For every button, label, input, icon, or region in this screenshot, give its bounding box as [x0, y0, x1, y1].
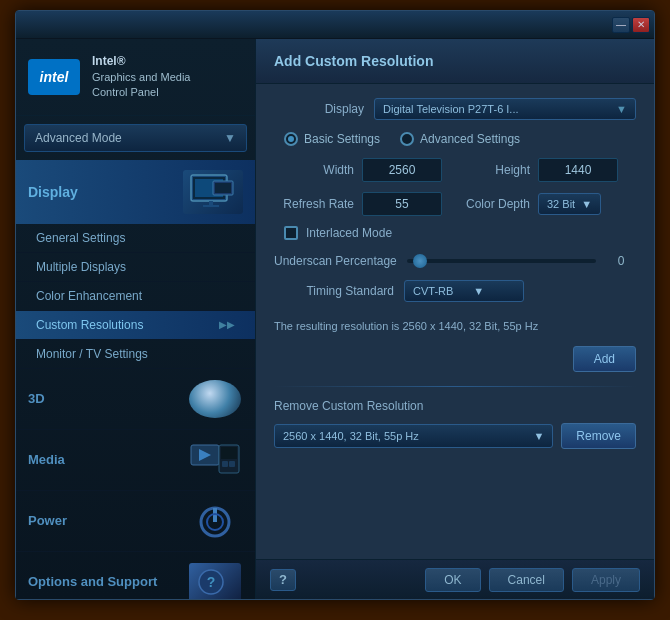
right-panel: Add Custom Resolution Display Digital Te… — [256, 39, 654, 599]
timing-label: Timing Standard — [274, 284, 394, 298]
add-button-row: Add — [274, 346, 636, 372]
color-depth-dropdown[interactable]: 32 Bit ▼ — [538, 193, 601, 215]
bottom-bar: ? OK Cancel Apply — [256, 559, 654, 599]
3d-label: 3D — [28, 391, 45, 406]
3d-thumbnail — [187, 379, 243, 419]
refresh-rate-input[interactable] — [362, 192, 442, 216]
advanced-settings-label: Advanced Settings — [420, 132, 520, 146]
main-content: intel Intel® Graphics and Media Control … — [16, 39, 654, 599]
minimize-button[interactable]: — — [612, 17, 630, 33]
underscan-thumb[interactable] — [413, 254, 427, 268]
timing-dropdown[interactable]: CVT-RB ▼ — [404, 280, 524, 302]
interlaced-label: Interlaced Mode — [306, 226, 392, 240]
sidebar-item-monitor-settings[interactable]: Monitor / TV Settings — [16, 340, 255, 369]
refresh-color-row: Refresh Rate Color Depth 32 Bit ▼ — [274, 192, 636, 216]
svg-rect-6 — [215, 183, 231, 193]
mode-arrow-icon: ▼ — [224, 131, 236, 145]
display-icon — [183, 170, 243, 214]
remove-row: 2560 x 1440, 32 Bit, 55p Hz ▼ Remove — [274, 423, 636, 449]
advanced-settings-radio-circle — [400, 132, 414, 146]
sidebar-item-3d[interactable]: 3D — [16, 369, 255, 430]
remove-section-label: Remove Custom Resolution — [274, 399, 636, 413]
nav-section: General Settings Multiple Displays Color… — [16, 224, 255, 599]
svg-rect-10 — [221, 447, 237, 459]
svg-rect-4 — [203, 205, 219, 207]
panel-header: Add Custom Resolution — [256, 39, 654, 84]
interlaced-checkbox[interactable] — [284, 226, 298, 240]
product-title: Intel® Graphics and Media Control Panel — [92, 53, 190, 101]
support-thumbnail: ? — [187, 562, 243, 599]
dimensions-row: Width Height — [274, 158, 636, 182]
color-depth-arrow-icon: ▼ — [581, 198, 592, 210]
remove-select-value: 2560 x 1440, 32 Bit, 55p Hz — [283, 430, 419, 442]
media-thumbnail — [187, 440, 243, 480]
svg-text:?: ? — [207, 574, 216, 590]
sidebar-item-general-settings[interactable]: General Settings — [16, 224, 255, 253]
color-depth-label: Color Depth — [450, 197, 530, 211]
display-nav-item[interactable]: Display — [16, 160, 255, 224]
media-label: Media — [28, 452, 65, 467]
sidebar-item-custom-resolutions[interactable]: Custom Resolutions ▶▶ — [16, 311, 255, 340]
display-label: Display — [274, 102, 364, 116]
timing-arrow-icon: ▼ — [473, 285, 484, 297]
refresh-rate-label: Refresh Rate — [274, 197, 354, 211]
display-row: Display Digital Television P27T-6 I... ▼ — [274, 98, 636, 120]
underscan-label: Underscan Percentage — [274, 254, 397, 268]
add-button[interactable]: Add — [573, 346, 636, 372]
underscan-row: Underscan Percentage 0 — [274, 254, 636, 268]
close-button[interactable]: ✕ — [632, 17, 650, 33]
color-depth-value: 32 Bit — [547, 198, 575, 210]
svg-rect-12 — [229, 461, 235, 467]
remove-resolution-dropdown[interactable]: 2560 x 1440, 32 Bit, 55p Hz ▼ — [274, 424, 553, 448]
advanced-settings-radio[interactable]: Advanced Settings — [400, 132, 520, 146]
sidebar-item-power[interactable]: Power — [16, 491, 255, 552]
width-label: Width — [274, 163, 354, 177]
display-dropdown-arrow-icon: ▼ — [616, 103, 627, 115]
basic-settings-label: Basic Settings — [304, 132, 380, 146]
interlaced-row: Interlaced Mode — [274, 226, 636, 240]
svg-rect-11 — [222, 461, 228, 467]
titlebar: — ✕ — [16, 11, 654, 39]
power-label: Power — [28, 513, 67, 528]
settings-mode-radio-group: Basic Settings Advanced Settings — [274, 132, 636, 146]
display-nav-label: Display — [28, 184, 78, 200]
window-controls: — ✕ — [612, 17, 654, 33]
svg-rect-3 — [209, 201, 213, 205]
sidebar-item-media[interactable]: Media — [16, 430, 255, 491]
width-input[interactable] — [362, 158, 442, 182]
ok-button[interactable]: OK — [425, 568, 480, 592]
panel-body: Display Digital Television P27T-6 I... ▼… — [256, 84, 654, 559]
mode-selector[interactable]: Advanced Mode ▼ — [24, 124, 247, 152]
sidebar-item-multiple-displays[interactable]: Multiple Displays — [16, 253, 255, 282]
timing-value: CVT-RB — [413, 285, 453, 297]
sidebar: intel Intel® Graphics and Media Control … — [16, 39, 256, 599]
basic-settings-radio[interactable]: Basic Settings — [284, 132, 380, 146]
sidebar-item-options-support[interactable]: Options and Support ? — [16, 552, 255, 599]
height-input[interactable] — [538, 158, 618, 182]
remove-button[interactable]: Remove — [561, 423, 636, 449]
underscan-slider[interactable] — [407, 259, 596, 263]
options-label: Options and Support — [28, 574, 157, 589]
display-dropdown[interactable]: Digital Television P27T-6 I... ▼ — [374, 98, 636, 120]
remove-dropdown-arrow-icon: ▼ — [533, 430, 544, 442]
display-value: Digital Television P27T-6 I... — [383, 103, 519, 115]
height-label: Height — [450, 163, 530, 177]
sidebar-item-color-enhancement[interactable]: Color Enhancement — [16, 282, 255, 311]
basic-settings-radio-circle — [284, 132, 298, 146]
power-thumbnail — [187, 501, 243, 541]
divider — [274, 386, 636, 387]
logo-area: intel Intel® Graphics and Media Control … — [16, 39, 255, 116]
timing-row: Timing Standard CVT-RB ▼ — [274, 280, 636, 302]
mode-label: Advanced Mode — [35, 131, 122, 145]
expand-icon: ▶▶ — [219, 319, 235, 330]
intel-logo: intel — [28, 59, 80, 95]
main-window: — ✕ intel Intel® Graphics and Media Cont… — [15, 10, 655, 600]
help-button[interactable]: ? — [270, 569, 296, 591]
result-text: The resulting resolution is 2560 x 1440,… — [274, 316, 636, 336]
apply-button[interactable]: Apply — [572, 568, 640, 592]
underscan-value: 0 — [606, 254, 636, 268]
cancel-button[interactable]: Cancel — [489, 568, 564, 592]
